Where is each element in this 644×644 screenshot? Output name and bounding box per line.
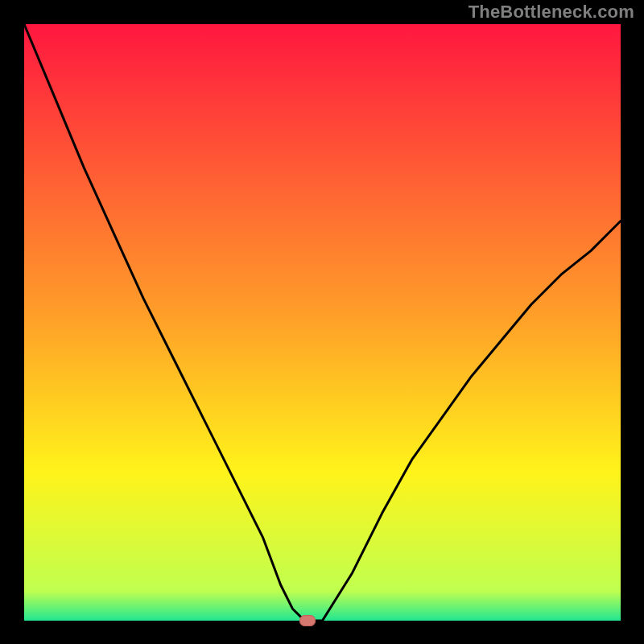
watermark-text: TheBottleneck.com <box>469 2 634 23</box>
bottleneck-curve <box>0 0 644 644</box>
curve-path <box>24 24 621 621</box>
chart-frame: TheBottleneck.com <box>0 0 644 644</box>
optimal-point-marker <box>299 615 316 626</box>
